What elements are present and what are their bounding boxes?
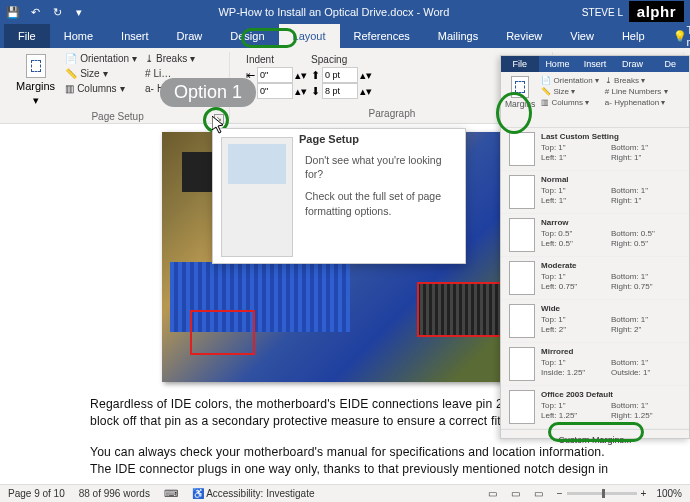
margin-preset[interactable]: WideTop: 1"Bottom: 1"Left: 2"Right: 2": [501, 300, 689, 343]
view-print-icon[interactable]: ▭: [511, 488, 520, 499]
svg-marker-0: [212, 116, 223, 133]
margin-preset[interactable]: Last Custom SettingTop: 1"Bottom: 1"Left…: [501, 128, 689, 171]
page-setup-label: Page Setup: [12, 109, 223, 122]
tab-draw[interactable]: Draw: [163, 24, 217, 48]
tooltip-header: Page Setup: [299, 133, 359, 145]
tab-references[interactable]: References: [340, 24, 424, 48]
tell-me[interactable]: 💡 Tell me: [659, 24, 690, 48]
document-title: WP-How to Install an Optical Drive.docx …: [86, 6, 582, 18]
redo-icon[interactable]: ↻: [50, 5, 64, 19]
tab-review[interactable]: Review: [492, 24, 556, 48]
size-button[interactable]: 📏 Size ▾: [63, 67, 139, 80]
p2-tab-home[interactable]: Home: [539, 56, 577, 72]
tab-insert[interactable]: Insert: [107, 24, 163, 48]
p2-tab-de[interactable]: De: [651, 56, 689, 72]
tab-help[interactable]: Help: [608, 24, 659, 48]
view-web-icon[interactable]: ▭: [534, 488, 543, 499]
body-text: block off that pin as a secondary protec…: [90, 413, 525, 429]
tab-home[interactable]: Home: [50, 24, 107, 48]
option2-margins-highlight: [496, 92, 532, 134]
p2-tab-insert[interactable]: Insert: [576, 56, 614, 72]
mouse-cursor-icon: [212, 116, 226, 136]
page-setup-tooltip: Page Setup Don't see what you're looking…: [212, 128, 466, 264]
title-bar: 💾 ↶ ↻ ▾ WP-How to Install an Optical Dri…: [0, 0, 690, 24]
margins-icon: [26, 54, 46, 78]
p2-columns[interactable]: ▥ Columns ▾: [541, 98, 599, 107]
word-count[interactable]: 88 of 996 words: [79, 488, 150, 499]
tab-file[interactable]: File: [4, 24, 50, 48]
status-bar: Page 9 of 10 88 of 996 words ⌨ ♿ Accessi…: [0, 484, 690, 502]
orientation-button[interactable]: 📄 Orientation ▾: [63, 52, 139, 65]
margins-button[interactable]: Margins ▾: [12, 52, 59, 109]
spacing-label: Spacing: [311, 54, 372, 65]
p2-tab-file[interactable]: File: [501, 56, 539, 72]
body-text: Regardless of IDE colors, the motherboar…: [90, 396, 520, 412]
columns-button[interactable]: ▥ Columns ▾: [63, 82, 139, 95]
spacing-after-input[interactable]: ⬇▴▾: [311, 83, 372, 99]
alphr-logo: alphr: [629, 1, 684, 22]
margin-preset[interactable]: MirroredTop: 1"Bottom: 1"Inside: 1.25"Ou…: [501, 343, 689, 386]
breaks-button[interactable]: ⤓ Breaks ▾: [143, 52, 223, 65]
qat-more-icon[interactable]: ▾: [72, 5, 86, 19]
accessibility-status[interactable]: ♿ Accessibility: Investigate: [192, 488, 315, 499]
ribbon-tabs: File Home Insert Draw Design Layout Refe…: [0, 24, 690, 48]
body-text: The IDE connector plugs in one way only,…: [90, 461, 608, 477]
indent-left-input[interactable]: ⇤▴▾: [246, 67, 307, 83]
p2-hyphenation[interactable]: a- Hyphenation ▾: [605, 98, 668, 107]
view-read-icon[interactable]: ▭: [488, 488, 497, 499]
zoom-level[interactable]: 100%: [656, 488, 682, 499]
p2-tab-draw[interactable]: Draw: [614, 56, 652, 72]
tooltip-preview-icon: [221, 137, 293, 257]
p2-line-numbers[interactable]: # Line Numbers ▾: [605, 87, 668, 96]
margin-preset[interactable]: NarrowTop: 0.5"Bottom: 0.5"Left: 0.5"Rig…: [501, 214, 689, 257]
tab-mailings[interactable]: Mailings: [424, 24, 492, 48]
custom-margins-highlight: [548, 422, 644, 442]
zoom-slider[interactable]: −+ 100%: [557, 488, 682, 499]
save-icon[interactable]: 💾: [6, 5, 20, 19]
layout-tab-highlight: [241, 28, 297, 48]
margin-preset[interactable]: ModerateTop: 1"Bottom: 1"Left: 0.75"Righ…: [501, 257, 689, 300]
undo-icon[interactable]: ↶: [28, 5, 42, 19]
page-indicator[interactable]: Page 9 of 10: [8, 488, 65, 499]
tab-view[interactable]: View: [556, 24, 608, 48]
p2-breaks[interactable]: ⤓ Breaks ▾: [605, 76, 668, 85]
proofing-icon[interactable]: ⌨: [164, 488, 178, 499]
p2-orientation[interactable]: 📄 Orientation ▾: [541, 76, 599, 85]
option1-callout: Option 1: [160, 78, 256, 107]
p2-size[interactable]: 📏 Size ▾: [541, 87, 599, 96]
margin-preset[interactable]: NormalTop: 1"Bottom: 1"Left: 1"Right: 1": [501, 171, 689, 214]
spacing-before-input[interactable]: ⬆▴▾: [311, 67, 372, 83]
indent-label: Indent: [246, 54, 307, 65]
